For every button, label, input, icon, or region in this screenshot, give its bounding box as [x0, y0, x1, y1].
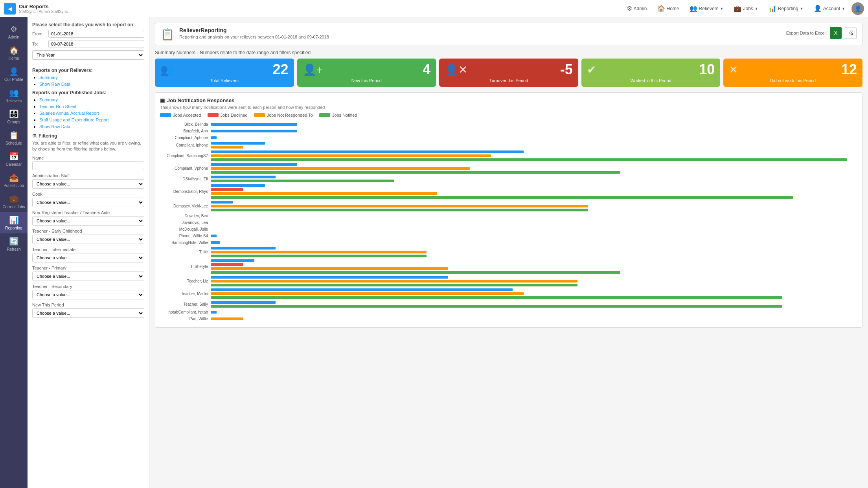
jobs-raw-link[interactable]: Show Raw Data [39, 124, 70, 129]
cook-filter-label: Cook [32, 192, 144, 196]
teacher-run-sheet-link[interactable]: Teacher Run Sheet [39, 104, 76, 109]
chart-row: Demonstrator, Rhys [160, 184, 857, 199]
nav-relievers[interactable]: 👥 Relievers ▼ [686, 3, 728, 14]
nav-admin[interactable]: ⚙ Admin [623, 3, 651, 14]
admin-staff-filter-group: Administration Staff Choose a value... [32, 173, 144, 189]
bar-group [211, 310, 857, 314]
link-jobs-raw[interactable]: Show Raw Data [39, 124, 144, 129]
secondary-select[interactable]: Choose a value... [32, 290, 144, 299]
current-sidebar-icon: 💼 [9, 194, 19, 204]
link-jobs-summary[interactable]: Summary [39, 97, 144, 103]
sidebar-item-publish[interactable]: 📤 Publish Job [0, 170, 28, 191]
filter-section: ⚗ Filtering You are able to filter, or r… [32, 133, 144, 318]
chart-row: Compliant, Aphone [160, 135, 857, 140]
new-period-select[interactable]: Choose a value... [32, 308, 144, 318]
bar-group [211, 275, 857, 287]
intermediate-filter-label: Teacher - Intermediate [32, 247, 144, 252]
sidebar-item-profile[interactable]: 👤 Our Profile [0, 64, 28, 85]
filter-icon: ⚗ [32, 133, 37, 139]
new-period-filter-group: New This Period Choose a value... [32, 303, 144, 318]
report-description: Reporting and analysis on your relievers… [179, 35, 329, 39]
link-teacher-run-sheet[interactable]: Teacher Run Sheet [39, 104, 144, 109]
print-button[interactable]: 🖨 [845, 27, 857, 39]
from-date-input[interactable] [48, 30, 144, 38]
card-top-turnover: 👤✕ -5 [445, 62, 573, 77]
notified-bar [211, 196, 793, 199]
sidebar-item-relievers[interactable]: 👥 Relievers [0, 85, 28, 106]
year-select[interactable]: This Year Last Year Custom [32, 50, 144, 60]
cook-select[interactable]: Choose a value... [32, 198, 144, 207]
link-relievers-raw[interactable]: Show Raw Data [39, 81, 144, 87]
admin-staff-select[interactable]: Choose a value... [32, 179, 144, 189]
sidebar-item-calendar[interactable]: 📅 Calendar [0, 149, 28, 170]
early-childhood-select[interactable]: Choose a value... [32, 235, 144, 244]
bar-group [211, 184, 857, 199]
staff-usage-link[interactable]: Staff Usage and Expenditure Report [39, 117, 109, 122]
chart-row-label: Jovanovic, Lea [160, 220, 211, 225]
total-relievers-number: 22 [273, 62, 289, 77]
accepted-bar [211, 163, 297, 166]
chart-row-label: Dowden, Bev [160, 214, 211, 218]
jobs-caret-icon: ▼ [755, 7, 758, 11]
chart-row-label: Teacher, Sally [160, 302, 211, 306]
link-staff-usage[interactable]: Staff Usage and Expenditure Report [39, 117, 144, 123]
admin-icon: ⚙ [627, 5, 632, 12]
chart-row: Phone, Willie S4 [160, 233, 857, 238]
to-date-input[interactable] [48, 40, 144, 48]
accepted-bar [211, 184, 265, 187]
chart-row-label: Phone, Willie S4 [160, 234, 211, 238]
sidebar-item-schedule[interactable]: 📋 Schedule [0, 127, 28, 149]
sidebar-item-current[interactable]: 💼 Current Jobs [0, 191, 28, 212]
legend-not-responded: Jobs Not Responded To [254, 113, 313, 117]
legend-accepted-label: Jobs Accepted [173, 113, 201, 117]
name-filter-input[interactable] [32, 161, 144, 170]
calendar-sidebar-icon: 📅 [9, 152, 19, 161]
chart-row: DStaffsync, Eli [160, 175, 857, 183]
legend-declined-label: Jobs Declined [221, 113, 248, 117]
chart-row: Compliant, Vphone [160, 163, 857, 174]
chart-row-label: Teacher, Liz [160, 279, 211, 283]
sidebar-item-refresh[interactable]: 🔄 Refresh [0, 233, 28, 255]
chart-title-text: Job Notification Responses [167, 97, 234, 103]
nav-reporting[interactable]: 📊 Reporting ▼ [765, 3, 807, 14]
legend-notified-label: Jobs Notified [332, 113, 357, 117]
link-relievers-summary[interactable]: Summary [39, 75, 144, 80]
summary-title: Summary Numbers - Numbers relate to the … [155, 50, 862, 55]
schedule-sidebar-icon: 📋 [9, 130, 19, 140]
primary-select[interactable]: Choose a value... [32, 272, 144, 281]
intermediate-select[interactable]: Choose a value... [32, 253, 144, 262]
relievers-links: Summary Show Raw Data [32, 75, 144, 87]
relievers-raw-link[interactable]: Show Raw Data [39, 82, 70, 86]
chart-row-label: Teacher, Martin [160, 292, 211, 296]
not-responded-bar [211, 267, 448, 270]
non-reg-select[interactable]: Choose a value... [32, 216, 144, 226]
legend-not-responded-dot [254, 113, 265, 117]
accepted-bar [211, 259, 254, 262]
legend-declined-dot [208, 113, 219, 117]
nav-jobs[interactable]: 💼 Jobs ▼ [730, 3, 762, 14]
export-excel-button[interactable]: X [830, 27, 842, 39]
sidebar-item-groups[interactable]: 👨‍👩‍👧 Groups [0, 106, 28, 127]
chart-row: Compliant, Iphone [160, 141, 857, 149]
relievers-summary-link[interactable]: Summary [39, 75, 58, 80]
accepted-bar [211, 241, 220, 244]
export-area: Export Data to Excel: X 🖨 [786, 27, 857, 39]
legend-declined: Jobs Declined [208, 113, 248, 117]
nav-admin-label: Admin [634, 6, 647, 11]
logo-icon: ◀ [4, 3, 16, 15]
nav-account[interactable]: 👤 Account ▼ [810, 3, 849, 14]
sidebar-item-admin[interactable]: ⚙ Admin [0, 21, 28, 42]
user-avatar[interactable]: 👤 [851, 2, 864, 15]
sidebar-item-reporting[interactable]: 📊 Reporting [0, 212, 28, 233]
summary-cards: 👥 22 Total Relievers 👤+ 4 New this Perio… [155, 59, 862, 87]
sidebar-item-home[interactable]: 🏠 Home [0, 42, 28, 64]
salaries-link[interactable]: Salaries Annual Accrual Report [39, 111, 99, 116]
sidebar-current-label: Current Jobs [2, 205, 25, 209]
link-salaries[interactable]: Salaries Annual Accrual Report [39, 110, 144, 116]
jobs-summary-link[interactable]: Summary [39, 97, 58, 102]
notified-bar [211, 305, 782, 308]
secondary-filter-group: Teacher - Secondary Choose a value... [32, 284, 144, 299]
sidebar-admin-label: Admin [8, 35, 19, 39]
accepted-bar [211, 123, 297, 126]
nav-home[interactable]: 🏠 Home [653, 3, 683, 14]
